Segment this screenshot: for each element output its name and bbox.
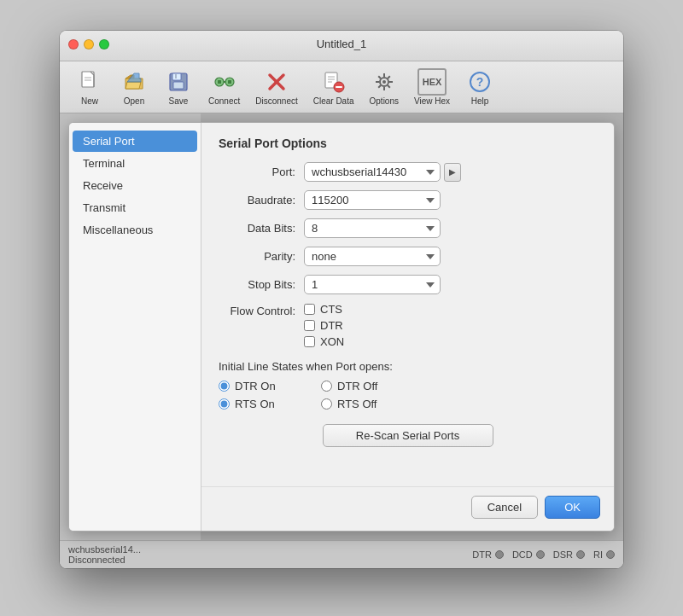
xon-checkbox[interactable] (304, 336, 315, 347)
svg-point-21 (382, 80, 386, 84)
parity-control: none (304, 247, 597, 266)
xon-label: XON (320, 335, 344, 348)
minimize-button[interactable] (84, 39, 94, 49)
help-label: Help (471, 96, 489, 106)
port-arrow-button[interactable]: ▶ (444, 163, 461, 182)
port-control: wchusbserial14430 ▶ (304, 162, 597, 182)
connect-icon (211, 68, 238, 96)
parity-select[interactable]: none (304, 247, 441, 266)
port-label: Port: (219, 166, 304, 178)
cts-checkbox[interactable] (304, 304, 315, 315)
rts-off-row: RTS Off (321, 398, 423, 410)
traffic-lights (68, 39, 109, 49)
data-bits-row: Data Bits: 8 (219, 218, 597, 238)
ri-indicator: RI (593, 549, 615, 560)
stop-bits-select[interactable]: 1 (304, 275, 441, 294)
view-hex-icon: HEX (417, 68, 447, 96)
stop-bits-label: Stop Bits: (219, 278, 304, 291)
help-icon: ? (466, 68, 493, 96)
svg-line-27 (388, 85, 390, 88)
data-bits-control: 8 (304, 218, 597, 238)
clear-data-label: Clear Data (313, 96, 354, 106)
dtr-flow-label: DTR (320, 319, 343, 332)
main-window: Untitled_1 New (60, 31, 623, 568)
rts-on-row: RTS On (219, 398, 321, 410)
options-icon (371, 68, 398, 96)
ok-button[interactable]: OK (545, 496, 600, 519)
svg-line-26 (378, 76, 381, 78)
dialog-title: Serial Port Options (219, 137, 597, 150)
dtr-on-radio[interactable] (219, 381, 230, 392)
sidebar-item-serial-port[interactable]: Serial Port (73, 131, 197, 152)
connect-label: Connect (208, 96, 240, 106)
open-icon (120, 68, 148, 96)
cancel-button[interactable]: Cancel (471, 496, 538, 519)
dtr-on-row: DTR On (219, 380, 321, 392)
rescan-serial-ports-button[interactable]: Re-Scan Serial Ports (323, 424, 493, 447)
toolbar-clear-data[interactable]: Clear Data (306, 65, 361, 109)
line-states-section: Initial Line States when Port opens: DTR… (219, 360, 597, 410)
clear-data-icon (320, 68, 347, 96)
titlebar: Untitled_1 (60, 31, 623, 61)
rts-off-label: RTS Off (337, 398, 377, 410)
svg-rect-11 (228, 80, 231, 84)
rts-on-radio[interactable] (219, 398, 230, 410)
sidebar-item-receive[interactable]: Receive (73, 175, 197, 196)
data-bits-select[interactable]: 8 (304, 218, 441, 238)
status-right: DTR DCD DSR RI (472, 544, 615, 565)
disconnect-icon (263, 68, 290, 96)
dcd-led (536, 550, 545, 559)
sidebar-item-miscellaneous[interactable]: Miscellaneous (73, 219, 197, 241)
toolbar-new[interactable]: New (68, 65, 111, 109)
view-hex-label: View Hex (414, 96, 450, 106)
baudrate-label: Baudrate: (219, 194, 304, 206)
toolbar-disconnect[interactable]: Disconnect (248, 65, 304, 109)
dialog-footer: Cancel OK (201, 486, 614, 531)
svg-text:?: ? (476, 75, 484, 89)
port-select[interactable]: wchusbserial14430 (304, 162, 441, 182)
sidebar-item-transmit[interactable]: Transmit (73, 197, 197, 218)
cts-row: CTS (304, 303, 344, 316)
window-title: Untitled_1 (317, 38, 367, 50)
save-label: Save (169, 96, 189, 106)
toolbar-open[interactable]: Open (113, 65, 155, 109)
toolbar-connect[interactable]: Connect (201, 65, 247, 109)
rts-off-radio[interactable] (321, 398, 332, 410)
dtr-indicator: DTR (472, 549, 504, 560)
parity-label: Parity: (219, 250, 304, 263)
parity-row: Parity: none (219, 247, 597, 266)
status-bar: wchusbserial14... Disconnected DTR DCD D… (60, 540, 623, 568)
dtr-off-radio[interactable] (321, 381, 332, 392)
new-label: New (81, 96, 98, 106)
sidebar-item-terminal[interactable]: Terminal (73, 153, 197, 174)
toolbar-options[interactable]: Options (363, 65, 406, 109)
rts-on-label: RTS On (235, 398, 275, 410)
dtr-off-row: DTR Off (321, 380, 423, 392)
ri-indicator-label: RI (593, 549, 603, 560)
data-bits-label: Data Bits: (219, 222, 304, 235)
flow-control-label: Flow Control: (219, 305, 304, 317)
cts-label: CTS (320, 303, 342, 316)
toolbar-save[interactable]: Save (157, 65, 200, 109)
port-row: Port: wchusbserial14430 ▶ (219, 162, 597, 182)
dcd-indicator-label: DCD (512, 549, 533, 560)
dtr-off-label: DTR Off (337, 380, 377, 392)
stop-bits-control: 1 (304, 275, 597, 294)
svg-line-28 (388, 76, 390, 78)
baudrate-control: 115200 (304, 190, 597, 210)
toolbar: New Open (60, 61, 623, 113)
close-button[interactable] (68, 39, 79, 49)
dcd-indicator: DCD (512, 549, 545, 560)
toolbar-view-hex[interactable]: HEX View Hex (407, 65, 457, 109)
maximize-button[interactable] (99, 39, 109, 49)
open-label: Open (124, 96, 144, 106)
baudrate-select[interactable]: 115200 (304, 190, 441, 210)
dtr-on-label: DTR On (235, 380, 276, 392)
line-states-title: Initial Line States when Port opens: (219, 360, 597, 373)
save-icon (165, 68, 192, 96)
toolbar-help[interactable]: ? Help (458, 65, 501, 109)
svg-line-29 (378, 85, 381, 88)
line-states-grid: DTR On DTR Off RTS On (219, 380, 597, 410)
dtr-flow-checkbox[interactable] (304, 320, 315, 331)
svg-rect-10 (218, 80, 221, 84)
